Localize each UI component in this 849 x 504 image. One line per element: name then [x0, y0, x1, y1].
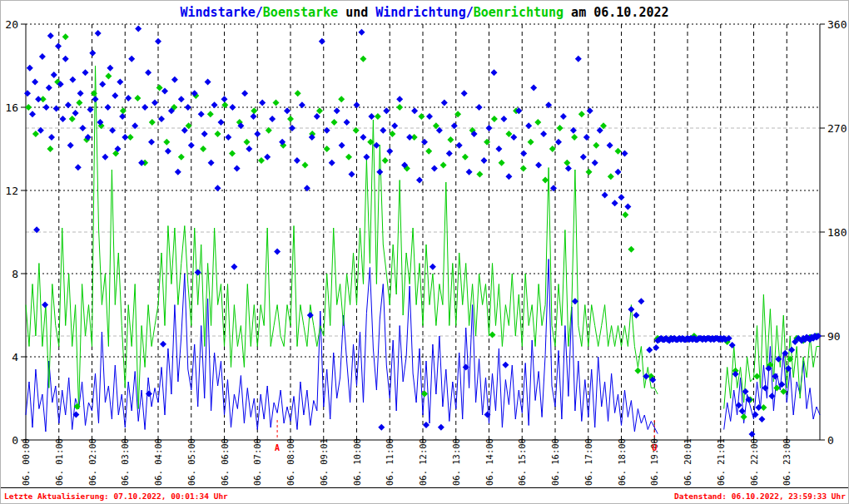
weather-chart-window: Windstarke/Boenstarke und Windrichtung/B…: [0, 0, 849, 504]
y-right-tick-label: 90: [827, 330, 841, 343]
x-tick-label: 06. 08:00: [285, 438, 295, 486]
y-left-tick-label: 4: [12, 351, 18, 363]
sun-marker-label: A: [275, 443, 280, 452]
x-tick-label: 06. 21:01: [716, 438, 726, 486]
last-update-text: Letzte Aktualisierung: 07.10.2022, 00:01…: [4, 492, 228, 501]
x-tick-label: 06. 20:01: [683, 438, 693, 486]
sun-marker-label: U: [652, 443, 657, 452]
chart-canvas: 04812162009018027036006. 00:0006. 01:000…: [1, 1, 848, 487]
x-tick-label: 06. 23:00: [782, 438, 792, 486]
x-tick-label: 06. 10:00: [352, 438, 362, 486]
x-tick-label: 06. 14:00: [484, 438, 494, 486]
x-tick-label: 06. 22:00: [749, 438, 759, 486]
x-tick-label: 06. 15:00: [517, 438, 527, 486]
y-right-tick-label: 0: [827, 434, 834, 447]
x-tick-label: 06. 01:00: [54, 438, 64, 486]
y-left-tick-label: 20: [5, 18, 18, 31]
x-tick-label: 06. 16:00: [550, 438, 560, 486]
y-left-tick-label: 12: [5, 185, 18, 197]
footer-divider: [1, 487, 848, 488]
x-tick-label: 06. 07:00: [252, 438, 262, 486]
x-tick-label: 06. 17:00: [583, 438, 593, 486]
x-tick-label: 06. 05:00: [186, 438, 196, 486]
y-right-tick-label: 360: [827, 18, 847, 31]
data-status-text: Datenstand: 06.10.2022, 23:59:33 Uhr: [674, 492, 846, 501]
x-tick-label: 06. 06:00: [220, 438, 230, 486]
x-tick-label: 06. 13:00: [451, 438, 461, 486]
x-tick-label: 06. 18:00: [617, 438, 627, 486]
x-tick-label: 06. 03:00: [120, 438, 130, 486]
y-left-tick-label: 0: [12, 434, 18, 447]
y-right-tick-label: 270: [827, 122, 847, 135]
footer-bar: Letzte Aktualisierung: 07.10.2022, 00:01…: [1, 492, 848, 503]
x-tick-label: 06. 11:00: [385, 438, 395, 486]
y-left-tick-label: 16: [5, 101, 18, 114]
x-tick-label: 06. 02:00: [87, 438, 97, 486]
x-tick-label: 06. 00:00: [21, 438, 31, 486]
x-tick-label: 06. 09:01: [319, 438, 329, 486]
y-left-tick-label: 8: [12, 268, 18, 280]
x-tick-label: 06. 04:00: [153, 438, 163, 486]
x-tick-label: 06. 12:00: [418, 438, 428, 486]
y-right-tick-label: 180: [827, 226, 847, 239]
